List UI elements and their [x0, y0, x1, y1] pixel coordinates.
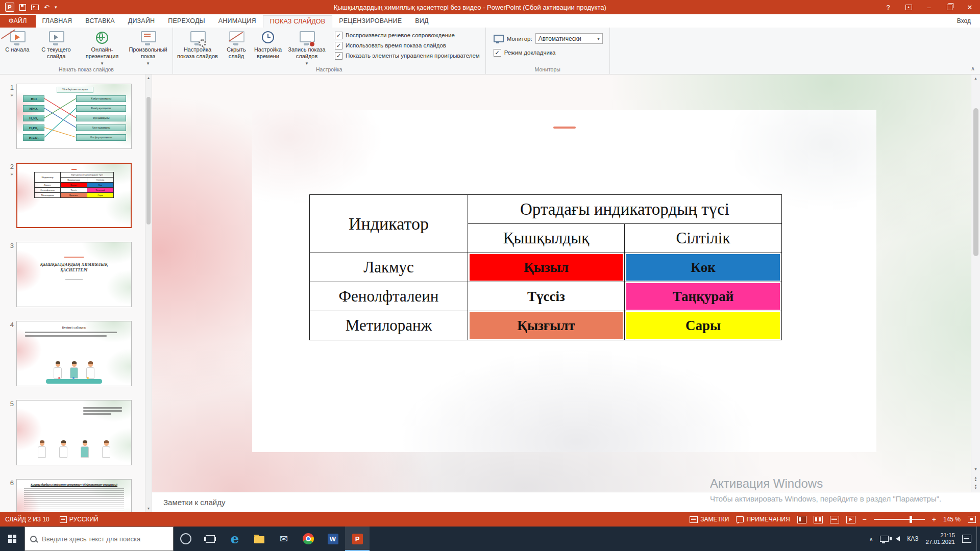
scroll-down-icon[interactable]: ▼ — [147, 505, 151, 512]
table-col-header-base[interactable]: Сілтілік — [625, 224, 782, 253]
status-bar: СЛАЙД 2 ИЗ 10 РУССКИЙ ЗАМЕТКИ ПРИМЕЧАНИЯ… — [0, 512, 980, 527]
search-input[interactable] — [41, 535, 165, 543]
slide-thumbnail-6[interactable]: Қышқылдардың сілтілермен әрекеттесуі (бе… — [16, 479, 132, 512]
close-icon[interactable]: ✕ — [960, 0, 980, 14]
action-center-icon[interactable] — [962, 535, 971, 543]
word-icon: W — [328, 534, 338, 544]
acid-color-cell: Түссіз — [470, 283, 623, 310]
zoom-out-button[interactable]: − — [863, 516, 867, 523]
zoom-slider[interactable] — [874, 519, 925, 520]
presenter-view-checkbox[interactable]: ✓ Режим докладчика — [494, 48, 556, 57]
show-desktop-button[interactable] — [976, 527, 980, 551]
taskbar-clock[interactable]: 21:15 27.01.2021 — [925, 532, 955, 545]
notes-pane[interactable]: Заметки к слайду — [152, 492, 980, 512]
table-span-header[interactable]: Ортадағы индикатордың түсі — [468, 195, 782, 224]
slide-thumbnail-5[interactable] — [16, 400, 132, 465]
cortana-icon — [180, 533, 191, 544]
tab-view[interactable]: ВИД — [408, 15, 435, 28]
restore-icon[interactable] — [939, 0, 960, 14]
proofing-icon — [60, 516, 67, 523]
file-explorer-button[interactable] — [247, 527, 272, 551]
slide-thumbnail-3[interactable]: ҚЫШҚЫЛДАРДЫҢ ХИМИЯЛЫҚ ҚАСИЕТТЕРІ — [16, 242, 132, 307]
normal-view-button[interactable] — [797, 516, 806, 523]
start-button[interactable] — [0, 527, 24, 551]
clock-time: 21:15 — [925, 532, 955, 539]
reading-view-button[interactable] — [830, 516, 839, 523]
sign-in-link[interactable]: Вход — [957, 15, 980, 28]
network-icon[interactable] — [880, 536, 889, 542]
play-narrations-checkbox[interactable]: ✓ Воспроизвести речевое сопровождение — [335, 31, 480, 39]
present-online-button[interactable]: Онлайн-презентация ▾ — [79, 28, 125, 64]
qat-customize-icon[interactable]: ▾ — [55, 5, 57, 10]
word-button[interactable]: W — [321, 527, 345, 551]
record-slideshow-button[interactable]: Запись показа слайдов ▾ — [284, 28, 330, 64]
table-corner-header[interactable]: Индикатор — [310, 195, 468, 253]
slide-number: 6 — [10, 479, 14, 487]
tab-transitions[interactable]: ПЕРЕХОДЫ — [161, 15, 212, 28]
slide-thumbnail-4[interactable]: Бүгінгі сабақта: — [16, 321, 132, 386]
slide-content-area[interactable]: Индикатор Ортадағы индикатордың түсі Қыш… — [252, 110, 876, 452]
slideshow-view-button[interactable] — [846, 516, 855, 523]
slideshow-quick-icon[interactable] — [31, 5, 39, 10]
edge-button[interactable]: e — [223, 527, 247, 551]
slide-sorter-button[interactable] — [814, 516, 823, 523]
scrollbar-thumb[interactable] — [146, 97, 151, 224]
slide-thumbnail-2[interactable]: Индикатор Ортадағы индикатордың түсі Қыш… — [16, 163, 132, 228]
volume-icon[interactable] — [896, 536, 900, 541]
show-media-controls-checkbox[interactable]: ✓ Показать элементы управления проигрыва… — [335, 52, 480, 60]
comments-toggle[interactable]: ПРИМЕЧАНИЯ — [736, 516, 790, 523]
powerpoint-button[interactable]: P — [345, 527, 370, 551]
globe-icon — [93, 30, 111, 45]
tab-animations[interactable]: АНИМАЦИЯ — [212, 15, 263, 28]
from-current-slide-button[interactable]: С текущего слайда — [33, 28, 79, 64]
language-indicator[interactable]: РУССКИЙ — [60, 516, 99, 523]
zoom-percent[interactable]: 145 % — [943, 516, 961, 523]
help-icon[interactable]: ? — [878, 0, 898, 14]
canvas-scrollbar[interactable]: ▲ ▼ ▲▲ ▼▼ — [971, 74, 980, 492]
fit-to-window-button[interactable] — [968, 516, 976, 523]
scroll-up-icon[interactable]: ▲ — [974, 74, 977, 83]
rehearse-timings-button[interactable]: Настройка времени — [252, 28, 284, 64]
scroll-down-icon[interactable]: ▼ — [974, 465, 977, 473]
use-timings-checkbox[interactable]: ✓ Использовать время показа слайдов — [335, 41, 480, 49]
cortana-button[interactable] — [174, 527, 198, 551]
tab-home[interactable]: ГЛАВНАЯ — [36, 15, 79, 28]
undo-icon[interactable]: ↶ — [44, 4, 50, 11]
zoom-slider-thumb[interactable] — [910, 516, 912, 523]
slide-editing-canvas[interactable]: Индикатор Ортадағы индикатордың түсі Қыш… — [152, 74, 980, 492]
scrollbar-thumb[interactable] — [973, 108, 978, 256]
setup-slideshow-button[interactable]: Настройка показа слайдов — [175, 28, 220, 64]
ribbon: С начала С текущего слайда Онлайн-презен… — [0, 28, 980, 74]
indicator-table[interactable]: Индикатор Ортадағы индикатордың түсі Қыш… — [309, 194, 782, 340]
tab-insert[interactable]: ВСТАВКА — [79, 15, 121, 28]
tab-slideshow[interactable]: ПОКАЗ СЛАЙДОВ — [263, 15, 332, 28]
hidden-icons-chevron[interactable]: ∧ — [869, 536, 873, 542]
taskbar-search[interactable] — [24, 527, 174, 551]
tab-file[interactable]: ФАЙЛ — [0, 15, 36, 28]
base-color-cell: Сары — [626, 312, 780, 339]
save-icon[interactable] — [19, 4, 26, 11]
thumbnail-scrollbar[interactable]: ▲ ▼ — [145, 74, 152, 512]
from-beginning-button[interactable]: С начала — [2, 28, 33, 64]
chrome-button[interactable] — [296, 527, 321, 551]
ribbon-display-options-icon[interactable] — [898, 0, 919, 14]
task-view-button[interactable] — [198, 527, 223, 551]
zoom-in-button[interactable]: + — [932, 516, 936, 523]
input-language-indicator[interactable]: КАЗ — [907, 535, 918, 542]
notes-toggle[interactable]: ЗАМЕТКИ — [690, 516, 729, 523]
monitor-dropdown[interactable]: Автоматически ▾ — [535, 33, 603, 44]
collapse-ribbon-icon[interactable]: ∧ — [971, 65, 975, 72]
next-slide-button[interactable]: ▼▼ — [974, 485, 977, 490]
table-col-header-acid[interactable]: Қышқылдық — [468, 224, 625, 253]
previous-slide-button[interactable]: ▲▲ — [974, 477, 977, 482]
hide-slide-button[interactable]: Скрыть слайд — [220, 28, 252, 64]
checkbox-checked-icon: ✓ — [335, 32, 342, 39]
tab-review[interactable]: РЕЦЕНЗИРОВАНИЕ — [332, 15, 408, 28]
scroll-up-icon[interactable]: ▲ — [147, 74, 151, 82]
slide-thumbnail-1[interactable]: Үйге берілген тапсырма HCl HNO₃ H₂SO₄ H₃… — [16, 84, 132, 149]
tab-design[interactable]: ДИЗАЙН — [121, 15, 162, 28]
custom-slideshow-button[interactable]: Произвольный показ ▾ — [125, 28, 171, 64]
mail-button[interactable]: ✉ — [272, 527, 296, 551]
slide-counter[interactable]: СЛАЙД 2 ИЗ 10 — [5, 516, 50, 523]
minimize-icon[interactable]: – — [919, 0, 939, 14]
